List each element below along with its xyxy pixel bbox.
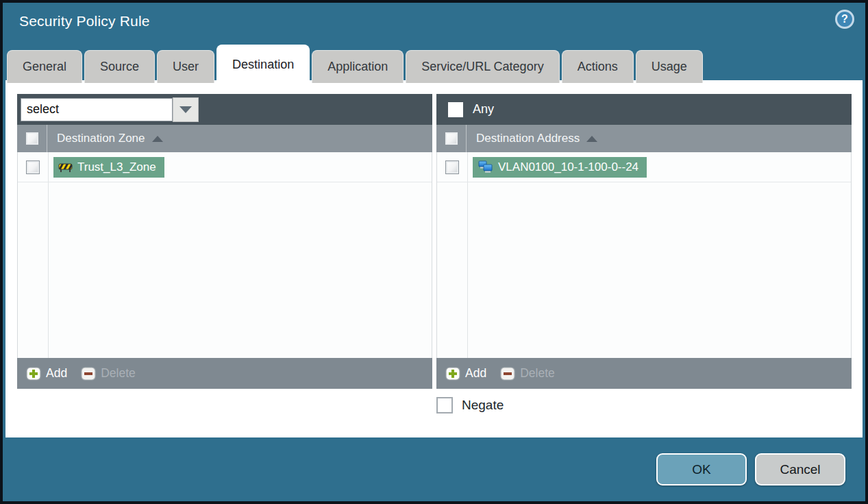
address-entry-label: VLAN0100_10-1-100-0--24: [498, 160, 638, 174]
tab-destination[interactable]: Destination: [216, 45, 310, 83]
tab-usage[interactable]: Usage: [636, 50, 703, 83]
tab-application[interactable]: Application: [312, 50, 404, 83]
address-column-header: Destination Address: [436, 125, 852, 152]
address-row-checkbox[interactable]: [445, 160, 459, 174]
zone-icon: [58, 161, 73, 173]
zone-filter-input[interactable]: [21, 98, 173, 121]
plus-icon: [26, 367, 41, 381]
destination-tab-content: Destination Zone: [5, 80, 863, 437]
sort-ascending-icon[interactable]: [152, 136, 163, 142]
tab-actions[interactable]: Actions: [562, 50, 634, 83]
address-select-all-checkbox[interactable]: [445, 132, 458, 145]
address-list: VLAN0100_10-1-100-0--24: [436, 152, 852, 358]
network-icon: [478, 160, 493, 173]
address-toolbar: Add Delete: [436, 358, 852, 389]
address-delete-label: Delete: [520, 366, 555, 381]
zone-delete-button[interactable]: Delete: [81, 366, 136, 381]
address-delete-button[interactable]: Delete: [500, 366, 555, 381]
chevron-down-icon: [179, 106, 192, 113]
tab-user[interactable]: User: [157, 50, 214, 83]
negate-option: Negate: [436, 397, 504, 413]
zone-select-all-checkbox[interactable]: [25, 132, 39, 145]
help-icon[interactable]: ?: [835, 10, 854, 29]
address-entry[interactable]: VLAN0100_10-1-100-0--24: [473, 157, 647, 178]
zone-row-checkbox[interactable]: [26, 160, 40, 174]
zone-entry[interactable]: Trust_L3_Zone: [53, 157, 164, 178]
minus-icon: [81, 367, 96, 381]
cancel-button[interactable]: Cancel: [755, 453, 845, 485]
zone-toolbar: Add Delete: [17, 358, 432, 389]
security-policy-rule-dialog: Security Policy Rule ? General Source Us…: [0, 0, 868, 504]
destination-zone-panel: Destination Zone: [17, 94, 432, 389]
zone-add-label: Add: [46, 366, 67, 381]
dialog-title: Security Policy Rule: [19, 13, 150, 29]
address-any-label: Any: [473, 102, 494, 117]
ok-button[interactable]: OK: [656, 453, 747, 485]
zone-row: Trust_L3_Zone: [18, 152, 432, 182]
address-add-button[interactable]: Add: [445, 366, 486, 381]
negate-label: Negate: [462, 398, 504, 413]
zone-filter-dropdown-button[interactable]: [173, 97, 199, 122]
sort-ascending-icon[interactable]: [586, 136, 597, 142]
address-add-label: Add: [465, 366, 486, 381]
address-any-bar: Any: [436, 94, 852, 125]
zone-column-header: Destination Zone: [17, 125, 432, 152]
zone-add-button[interactable]: Add: [26, 366, 67, 381]
minus-icon: [500, 367, 515, 381]
zone-list: Trust_L3_Zone: [17, 152, 432, 358]
address-row: VLAN0100_10-1-100-0--24: [437, 152, 851, 182]
address-column-label[interactable]: Destination Address: [476, 132, 580, 145]
tab-source[interactable]: Source: [84, 50, 155, 83]
zone-filter-bar: [17, 94, 432, 125]
zone-delete-label: Delete: [101, 366, 136, 381]
plus-icon: [445, 367, 460, 381]
destination-address-panel: Any Destination Address: [436, 94, 852, 389]
negate-checkbox[interactable]: [436, 397, 453, 413]
zone-entry-label: Trust_L3_Zone: [77, 160, 156, 174]
tab-service-url-category[interactable]: Service/URL Category: [406, 50, 559, 83]
address-any-checkbox[interactable]: [448, 102, 463, 117]
tab-bar: General Source User Destination Applicat…: [7, 44, 703, 83]
zone-column-label[interactable]: Destination Zone: [57, 132, 145, 145]
tab-general[interactable]: General: [7, 50, 82, 83]
